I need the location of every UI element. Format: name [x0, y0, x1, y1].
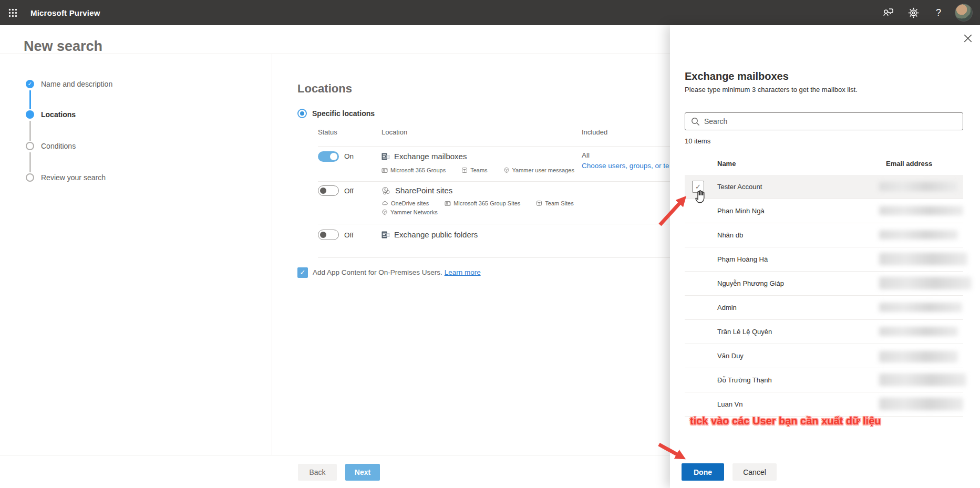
exchange-icon: [381, 231, 390, 239]
sub-location-label: Teams: [470, 167, 487, 173]
step-connector: [29, 152, 31, 172]
help-button[interactable]: ?: [930, 4, 947, 22]
mailbox-name: Đỗ Trường Thạnh: [717, 376, 772, 384]
mailbox-name: Trần Lê Lệ Quyên: [717, 328, 772, 336]
feedback-icon: [882, 7, 894, 18]
location-sharepoint-sites: SharePoint sites: [395, 186, 452, 195]
step-check-icon[interactable]: ✓: [26, 80, 34, 88]
close-panel-button[interactable]: [963, 34, 974, 44]
mailbox-name: Phạm Hoàng Hà: [717, 255, 768, 263]
email-redacted: [879, 206, 963, 215]
mailbox-row[interactable]: ✓ Tester Account: [685, 175, 963, 199]
exchange-mailboxes-panel: Exchange mailboxes Please type minimum 3…: [670, 25, 980, 488]
exchange-public-folders-toggle[interactable]: [318, 230, 339, 240]
table-divider: [318, 257, 671, 258]
mailbox-row[interactable]: Đỗ Trường Thạnh: [685, 368, 963, 392]
locations-heading: Locations: [297, 82, 352, 96]
choose-users-link[interactable]: Choose users, groups, or te: [582, 162, 669, 170]
toggle-state-label: Off: [344, 231, 354, 239]
sub-location-label: Yammer user messages: [512, 167, 574, 173]
add-app-content-label: Add App Content for On-Premises Users. L…: [313, 268, 481, 276]
column-status: Status: [318, 128, 337, 136]
cancel-button[interactable]: Cancel: [733, 463, 777, 481]
feedback-button[interactable]: [879, 4, 897, 22]
sub-location-label: Team Sites: [545, 200, 573, 206]
done-button[interactable]: Done: [682, 463, 724, 481]
panel-title: Exchange mailboxes: [685, 70, 789, 82]
column-name: Name: [717, 160, 736, 168]
wizard-step-conditions[interactable]: Conditions: [41, 142, 76, 150]
included-value: All: [582, 151, 590, 159]
mailbox-name: Phan Minh Ngà: [717, 207, 765, 215]
mailbox-checkbox[interactable]: ✓: [692, 181, 704, 193]
sub-location-label: Microsoft 365 Groups: [390, 167, 446, 173]
table-divider: [318, 181, 671, 182]
app-launcher-button[interactable]: [0, 0, 25, 25]
location-exchange-public-folders: Exchange public folders: [394, 230, 478, 239]
email-redacted: [879, 373, 966, 386]
yammer-icon: [503, 167, 510, 173]
wizard-step-review[interactable]: Review your search: [41, 173, 106, 182]
items-count: 10 items: [685, 137, 710, 145]
settings-button[interactable]: [904, 4, 922, 22]
mailbox-row[interactable]: Trần Lê Lệ Quyên: [685, 320, 963, 344]
app-title: Microsoft Purview: [30, 8, 100, 17]
mailbox-name: Tester Account: [717, 183, 762, 191]
mailbox-row[interactable]: Nguyễn Phương Giáp: [685, 272, 963, 296]
step-todo-icon[interactable]: [26, 173, 34, 182]
sharepoint-icon: [381, 186, 390, 195]
mailbox-row[interactable]: Luan Vn: [685, 392, 963, 417]
purview-app: Microsoft Purview: [0, 0, 980, 488]
add-app-content-checkbox[interactable]: ✓: [297, 267, 308, 278]
wizard-step-locations[interactable]: Locations: [41, 110, 76, 119]
annotation-text: tick vào các User bạn cần xuất dữ liệu: [690, 415, 881, 427]
mailbox-list: ✓ Tester Account Phan Minh Ngà Nhân db P…: [685, 175, 963, 417]
mailbox-row[interactable]: Admin: [685, 296, 963, 320]
exchange-mailboxes-toggle[interactable]: [318, 151, 339, 162]
column-location: Location: [381, 128, 407, 136]
mailbox-name: Luan Vn: [717, 400, 742, 408]
page-title: New search: [24, 38, 102, 55]
top-bar: Microsoft Purview: [0, 0, 980, 25]
next-button[interactable]: Next: [345, 464, 380, 481]
mailbox-row[interactable]: Phan Minh Ngà: [685, 199, 963, 223]
exchange-sub-locations: Microsoft 365 Groups Teams Yammer user m…: [381, 167, 574, 173]
mailbox-search-input[interactable]: [685, 112, 963, 130]
m365-groups-icon: [381, 167, 388, 173]
sub-location-label: Yammer Networks: [390, 209, 438, 215]
mailbox-row[interactable]: Phạm Hoàng Hà: [685, 247, 963, 272]
account-avatar[interactable]: [955, 4, 973, 22]
gear-icon: [908, 7, 919, 18]
yammer-icon: [381, 209, 388, 215]
step-todo-icon[interactable]: [26, 142, 34, 150]
email-redacted: [879, 277, 972, 289]
location-exchange-mailboxes: Exchange mailboxes: [394, 152, 467, 161]
column-included: Included: [582, 128, 607, 136]
specific-locations-label: Specific locations: [312, 109, 375, 118]
learn-more-link[interactable]: Learn more: [445, 268, 481, 276]
step-connector: [29, 121, 31, 141]
mailbox-row[interactable]: Văn Duy: [685, 344, 963, 368]
m365-groups-icon: [445, 200, 451, 206]
email-redacted: [879, 253, 967, 265]
back-button[interactable]: Back: [298, 464, 337, 481]
table-divider: [318, 146, 671, 147]
wizard-step-name-description[interactable]: Name and description: [41, 80, 112, 88]
step-current-icon[interactable]: [26, 110, 34, 119]
sharepoint-sites-toggle[interactable]: [318, 185, 339, 196]
waffle-icon: [8, 8, 17, 17]
close-icon: [963, 34, 973, 43]
column-email: Email address: [886, 160, 932, 168]
sub-location-label: OneDrive sites: [391, 200, 429, 206]
footer-divider: [0, 455, 671, 455]
specific-locations-radio[interactable]: [297, 109, 307, 118]
mailbox-row[interactable]: Nhân db: [685, 223, 963, 247]
teams-icon: [461, 167, 468, 173]
help-icon: ?: [936, 7, 941, 18]
mailbox-name: Văn Duy: [717, 352, 744, 360]
team-sites-icon: [536, 200, 542, 206]
email-redacted: [879, 327, 958, 336]
table-divider: [318, 224, 671, 224]
sub-location-label: Microsoft 365 Group Sites: [453, 200, 520, 206]
email-redacted: [879, 398, 963, 410]
